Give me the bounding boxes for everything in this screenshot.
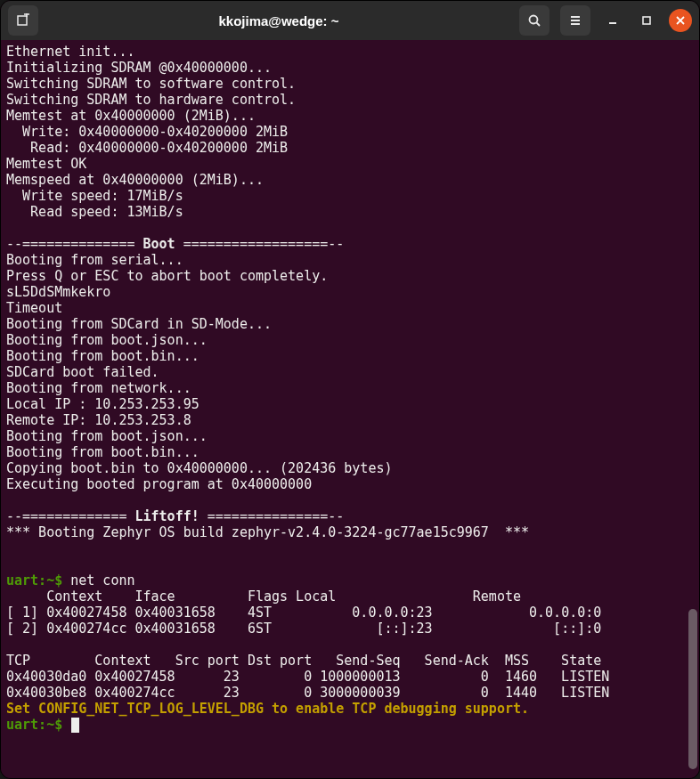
search-button[interactable] (519, 5, 549, 36)
boot-log: Timeout (6, 300, 62, 316)
boot-log: Initializing SDRAM @0x40000000... (6, 60, 272, 76)
boot-log: Memtest OK (6, 156, 86, 172)
svg-point-3 (530, 16, 538, 24)
svg-line-4 (537, 23, 541, 27)
boot-log: Write: 0x40000000-0x40200000 2MiB (6, 124, 288, 140)
section-header: ===============-- (199, 508, 345, 524)
new-tab-button[interactable] (8, 5, 38, 36)
window-title: kkojima@wedge: ~ (38, 13, 519, 28)
tcp-row: 0x40030da0 0x40027458 23 0 1000000013 0 … (6, 669, 609, 685)
boot-log: Switching SDRAM to hardware control. (6, 92, 296, 108)
boot-log: Booting from network... (6, 380, 191, 396)
boot-log: Ethernet init... (6, 44, 135, 60)
section-header-word: Boot (143, 236, 175, 252)
zephyr-banner: *** Booting Zephyr OS build zephyr-v2.4.… (6, 524, 529, 540)
conn-row: [ 1] 0x40027458 0x40031658 4ST 0.0.0.0:2… (6, 605, 601, 621)
boot-log: Booting from boot.bin... (6, 348, 199, 364)
boot-log: Write speed: 17MiB/s (6, 188, 183, 204)
boot-log: Memtest at 0x40000000 (2MiB)... (6, 108, 256, 124)
terminal-body[interactable]: Ethernet init... Initializing SDRAM @0x4… (1, 40, 699, 778)
terminal-window: kkojima@wedge: ~ Ethernet init... Initia… (0, 0, 700, 779)
command: net conn (70, 572, 134, 588)
boot-log: Read: 0x40000000-0x40200000 2MiB (6, 140, 288, 156)
prompt: uart:~$ (6, 572, 70, 588)
menu-button[interactable] (560, 5, 590, 36)
maximize-button[interactable] (635, 9, 658, 32)
close-button[interactable] (669, 9, 692, 32)
titlebar: kkojima@wedge: ~ (1, 1, 699, 40)
section-header-word: Liftoff! (135, 508, 199, 524)
boot-log: Remote IP: 10.253.253.8 (6, 412, 191, 428)
scrollbar-thumb[interactable] (688, 609, 697, 769)
section-header: --============= (6, 508, 135, 524)
boot-log: Executing booted program at 0x40000000 (6, 476, 312, 492)
titlebar-left-controls (8, 5, 38, 36)
warning-line: Set CONFIG_NET_TCP_LOG_LEVEL_DBG to enab… (6, 701, 529, 717)
boot-log: Local IP : 10.253.253.95 (6, 396, 199, 412)
conn-row: [ 2] 0x400274cc 0x40031658 6ST [::]:23 [… (6, 621, 601, 637)
boot-log: Copying boot.bin to 0x40000000... (20243… (6, 460, 392, 476)
prompt: uart:~$ (6, 717, 70, 733)
svg-rect-0 (18, 16, 27, 25)
boot-log: Booting from boot.json... (6, 428, 208, 444)
boot-log: SDCard boot failed. (6, 364, 159, 380)
boot-log: Booting from boot.json... (6, 332, 208, 348)
cursor (71, 718, 79, 733)
tcp-row: 0x40030be8 0x400274cc 23 0 3000000039 0 … (6, 685, 609, 701)
boot-log: Read speed: 13MiB/s (6, 204, 183, 220)
boot-log: Booting from serial... (6, 252, 183, 268)
conn-header: Context Iface Flags Local Remote (6, 588, 521, 605)
boot-log: Switching SDRAM to software control. (6, 76, 296, 92)
section-header: ==================-- (175, 236, 345, 252)
tcp-header: TCP Context Src port Dst port Send-Seq S… (6, 653, 601, 669)
boot-log: Booting from SDCard in SD-Mode... (6, 316, 272, 332)
svg-rect-9 (643, 17, 650, 24)
boot-log: Press Q or ESC to abort boot completely. (6, 268, 328, 284)
boot-log: sL5DdSMmkekro (6, 284, 110, 300)
minimize-button[interactable] (601, 9, 624, 32)
boot-log: Booting from boot.bin... (6, 444, 199, 460)
titlebar-right-controls (519, 5, 692, 36)
boot-log: Memspeed at 0x40000000 (2MiB)... (6, 172, 264, 188)
section-header: --============== (6, 236, 143, 252)
